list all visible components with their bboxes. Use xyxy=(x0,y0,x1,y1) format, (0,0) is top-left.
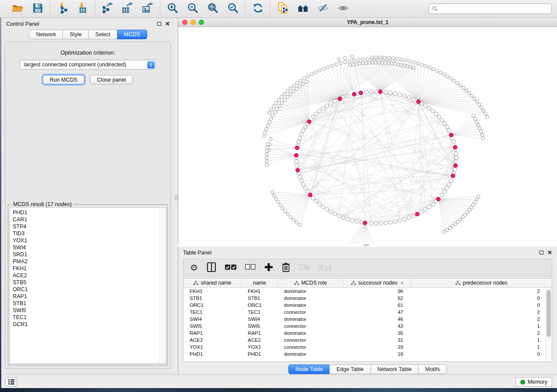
mcds-result-list[interactable]: PHD1CAR1STP4TID3YOX1SWI4SRD1PMA2FKH1ACE2… xyxy=(10,207,166,364)
result-node-item[interactable]: CAR1 xyxy=(13,216,166,223)
optimization-criterion-dropdown[interactable]: largest connected component (undirected)… xyxy=(20,60,156,69)
column-header-name[interactable]: name xyxy=(242,279,278,287)
show-all-button[interactable] xyxy=(336,2,349,15)
column-header-predecessor-nodes[interactable]: predecessor nodes xyxy=(411,279,552,287)
dominator-node[interactable] xyxy=(451,174,455,178)
run-mcds-button[interactable]: Run MCDS xyxy=(43,75,84,84)
result-node-item[interactable]: STB5 xyxy=(13,279,166,286)
table-row[interactable]: SWI5SWI5connector431 xyxy=(183,323,552,330)
import-table-button[interactable] xyxy=(76,2,89,15)
save-session-button[interactable] xyxy=(31,2,44,15)
table-row[interactable]: ORC1ORC1dominator610 xyxy=(183,302,552,309)
new-column-button[interactable] xyxy=(264,262,273,273)
result-node-item[interactable]: GCR1 xyxy=(13,321,166,328)
result-node-item[interactable]: SRD1 xyxy=(13,251,166,258)
dominator-node[interactable] xyxy=(436,197,440,201)
hide-selected-button[interactable] xyxy=(316,2,329,15)
result-node-item[interactable]: TID3 xyxy=(13,230,166,237)
search-field[interactable] xyxy=(429,3,552,14)
delete-columns-button[interactable] xyxy=(282,262,290,273)
dominator-node[interactable] xyxy=(338,97,342,101)
tab-mcds[interactable]: MCDS xyxy=(117,30,147,39)
result-node-item[interactable]: YOX1 xyxy=(13,237,166,244)
zoom-selected-button[interactable] xyxy=(226,2,239,15)
dominator-node[interactable] xyxy=(359,91,363,95)
search-input[interactable] xyxy=(440,6,548,12)
result-node-item[interactable]: SWI4 xyxy=(13,244,166,251)
column-header-MCDS-role[interactable]: MCDS role xyxy=(278,279,343,287)
horizontal-splitter-handle[interactable] xyxy=(363,244,369,246)
open-file-button[interactable] xyxy=(11,2,24,15)
result-node-item[interactable]: SWI5 xyxy=(13,307,166,314)
result-list-scrollbar[interactable] xyxy=(159,208,166,363)
dominator-node[interactable] xyxy=(453,145,457,149)
dominator-node[interactable] xyxy=(294,153,298,157)
table-row[interactable]: TEC1TEC1connector472 xyxy=(183,309,552,316)
export-network-button[interactable] xyxy=(101,2,114,15)
dominator-node[interactable] xyxy=(416,100,420,103)
table-tab-node-table[interactable]: Node Table xyxy=(288,364,330,374)
table-row[interactable]: PHD1PHD1dominator180 xyxy=(183,351,552,358)
deselect-all-button[interactable] xyxy=(245,262,256,273)
dominator-node[interactable] xyxy=(308,193,312,197)
table-cell: 96 xyxy=(343,289,411,294)
result-node-item[interactable]: ORC1 xyxy=(13,286,166,293)
horizontal-splitter[interactable] xyxy=(178,244,557,247)
float-panel-icon[interactable] xyxy=(157,22,161,26)
result-node-item[interactable]: STP4 xyxy=(13,223,166,230)
dominator-node[interactable] xyxy=(449,133,453,137)
float-table-panel-icon[interactable] xyxy=(540,251,543,254)
close-panel-button[interactable]: Close panel xyxy=(90,75,133,84)
result-node-item[interactable]: PHD1 xyxy=(13,209,166,216)
duplicate-network-button[interactable] xyxy=(276,2,289,15)
result-node-item[interactable]: PMA2 xyxy=(13,258,166,265)
show-columns-button[interactable] xyxy=(207,262,216,273)
table-scrollbar[interactable] xyxy=(545,288,552,361)
first-neighbors-button[interactable] xyxy=(296,2,309,15)
vertical-splitter-handle[interactable] xyxy=(175,195,178,200)
table-tab-motifs[interactable]: Motifs xyxy=(418,364,446,374)
tab-network[interactable]: Network xyxy=(29,30,63,39)
dominator-node[interactable] xyxy=(415,212,419,216)
table-tab-network-table[interactable]: Network Table xyxy=(370,364,419,374)
column-header-successor-nodes[interactable]: successor nodes∨ xyxy=(343,279,411,287)
table-row[interactable]: STB1STB1dominator620 xyxy=(183,295,552,302)
result-node-item[interactable]: RAP1 xyxy=(13,293,166,300)
panel-toggle-button[interactable] xyxy=(5,377,17,387)
network-canvas[interactable] xyxy=(178,27,557,244)
dominator-node[interactable] xyxy=(378,90,382,94)
dominator-node[interactable] xyxy=(352,92,356,96)
zoom-in-button[interactable] xyxy=(166,2,179,15)
result-node-item[interactable]: FKH1 xyxy=(13,265,166,272)
table-row[interactable]: YOX1YOX1connector291 xyxy=(183,344,552,351)
dominator-node[interactable] xyxy=(295,146,299,150)
memory-button[interactable]: Memory xyxy=(515,377,552,387)
tab-select[interactable]: Select xyxy=(88,30,118,39)
dominator-node[interactable] xyxy=(296,168,300,172)
export-image-button[interactable] xyxy=(141,2,154,15)
table-row[interactable]: SWI4SWI4dominator462 xyxy=(183,316,552,323)
dominator-node[interactable] xyxy=(363,221,367,225)
tab-style[interactable]: Style xyxy=(62,30,89,39)
close-table-panel-icon[interactable]: ✕ xyxy=(547,251,552,254)
result-node-item[interactable]: TEC1 xyxy=(13,314,166,321)
import-network-button[interactable] xyxy=(56,2,69,15)
zoom-fit-button[interactable] xyxy=(206,2,219,15)
table-row[interactable]: RAP1RAP1dominator352 xyxy=(183,330,552,337)
vertical-splitter[interactable] xyxy=(175,18,178,375)
export-table-button[interactable] xyxy=(121,2,134,15)
zoom-out-button[interactable] xyxy=(186,2,199,15)
dominator-node[interactable] xyxy=(453,164,457,168)
table-mode-button[interactable]: ⚙ xyxy=(190,262,198,273)
close-panel-icon[interactable]: ✕ xyxy=(165,22,170,26)
table-row[interactable]: ACE2ACE2connector311 xyxy=(183,337,552,344)
table-scrollbar-thumb[interactable] xyxy=(547,290,551,337)
table-row[interactable]: FKH1FKH1dominator962 xyxy=(183,288,552,295)
dominator-node[interactable] xyxy=(307,120,311,124)
table-tab-edge-table[interactable]: Edge Table xyxy=(329,364,370,374)
result-node-item[interactable]: STB1 xyxy=(13,300,166,307)
select-all-button[interactable] xyxy=(225,262,236,273)
column-header-shared-name[interactable]: shared name xyxy=(183,279,242,287)
refresh-layout-button[interactable] xyxy=(251,2,264,15)
result-node-item[interactable]: ACE2 xyxy=(13,272,166,279)
